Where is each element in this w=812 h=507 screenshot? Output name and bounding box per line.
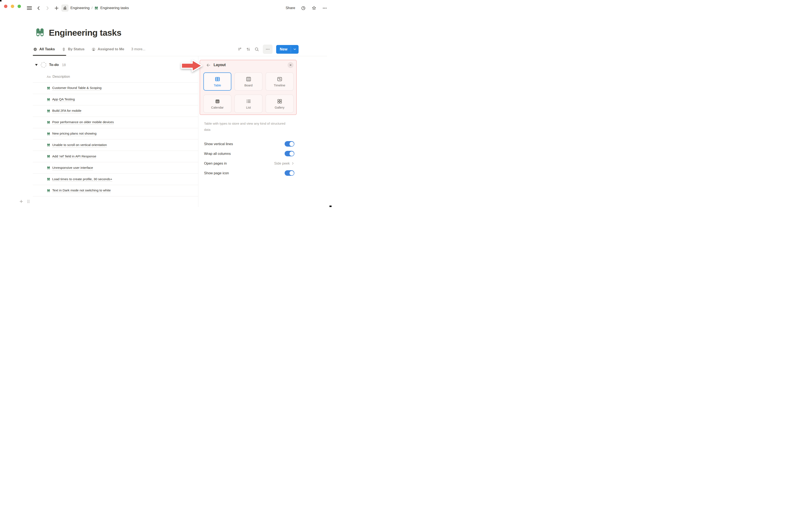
binoculars-icon xyxy=(47,189,50,192)
app-window: Engineering / Engineering tasks Share En… xyxy=(0,0,332,207)
traffic-light-icon xyxy=(62,47,66,51)
tab-all-tasks-label: All Tasks xyxy=(39,47,55,51)
list-icon xyxy=(246,99,251,104)
layout-description: Table with types to store and view any k… xyxy=(204,120,289,133)
task-title: App QA Testing xyxy=(52,97,75,102)
panel-title: Layout xyxy=(214,63,225,67)
more-options-icon[interactable] xyxy=(322,6,327,11)
layout-option-label: List xyxy=(246,106,251,109)
binoculars-icon xyxy=(47,121,50,124)
search-icon[interactable] xyxy=(254,47,259,52)
open-pages-in-select[interactable]: Side peek xyxy=(274,161,294,165)
layout-option-list[interactable]: List xyxy=(235,95,262,113)
table-row[interactable]: Unresponsive user interface xyxy=(33,162,198,174)
table-row[interactable]: Load times to create profile, 30 seconds… xyxy=(33,174,198,185)
page-title[interactable]: Engineering tasks xyxy=(49,27,121,38)
topbar-nav xyxy=(27,0,59,16)
active-tab-underline xyxy=(33,55,66,56)
table-icon xyxy=(215,76,220,82)
layout-panel-highlight: Layout Table Board Timeline Calendar xyxy=(200,60,297,115)
page-icon-toggle[interactable] xyxy=(285,170,294,176)
table-row[interactable]: Build 2FA for mobile xyxy=(33,105,198,117)
globe-icon xyxy=(33,47,37,51)
breadcrumb: Engineering / Engineering tasks xyxy=(61,0,129,16)
workspace-building-icon[interactable] xyxy=(61,4,68,12)
close-window-button[interactable] xyxy=(4,5,7,8)
group-header-todo: To-do 18 xyxy=(35,61,66,68)
page-binoculars-icon[interactable] xyxy=(35,27,45,38)
traffic-lights xyxy=(4,5,21,8)
tab-by-status[interactable]: By Status xyxy=(62,47,84,51)
group-name: To-do xyxy=(49,63,59,67)
task-title: Poor performance on older mobile devices xyxy=(52,120,114,125)
new-button[interactable]: New xyxy=(276,45,291,54)
toggle-knob xyxy=(290,142,294,146)
tabs-divider xyxy=(33,56,327,56)
chevron-down-icon xyxy=(293,47,297,51)
table-row[interactable]: App QA Testing xyxy=(33,94,198,105)
panel-close-button[interactable] xyxy=(288,62,294,68)
share-button[interactable]: Share xyxy=(286,6,295,10)
history-clock-icon[interactable] xyxy=(301,6,306,11)
sort-icon[interactable] xyxy=(246,47,251,52)
sidebar-menu-icon[interactable] xyxy=(27,5,32,11)
filter-icon[interactable] xyxy=(238,47,242,52)
binoculars-icon xyxy=(47,98,50,101)
layout-option-gallery[interactable]: Gallery xyxy=(266,95,294,113)
task-title: Customer Round Table & Scoping xyxy=(52,86,101,91)
tab-more-label: 3 more... xyxy=(131,47,145,51)
table-row[interactable]: Unable to scroll on vertical orientation xyxy=(33,139,198,151)
zoom-window-button[interactable] xyxy=(17,5,21,8)
back-icon[interactable] xyxy=(36,6,41,11)
back-arrow-icon xyxy=(206,63,211,68)
tab-all-tasks[interactable]: All Tasks xyxy=(33,47,55,51)
breadcrumb-page[interactable]: Engineering tasks xyxy=(94,6,129,10)
task-table: Customer Round Table & Scoping App QA Te… xyxy=(33,82,198,196)
layout-option-label: Calendar xyxy=(211,106,224,109)
tab-by-status-label: By Status xyxy=(68,47,84,51)
favorite-star-icon[interactable] xyxy=(311,5,316,11)
tab-more-views[interactable]: 3 more... xyxy=(131,47,145,51)
layout-options: Table Board Timeline Calendar List Galle… xyxy=(203,72,294,113)
tab-assigned-to-me-label: Assigned to Me xyxy=(98,47,124,51)
board-icon xyxy=(246,76,251,82)
wrap-columns-toggle[interactable] xyxy=(285,151,294,156)
layout-option-label: Table xyxy=(214,83,221,87)
breadcrumb-separator: / xyxy=(92,6,93,10)
vertical-lines-toggle[interactable] xyxy=(285,141,294,147)
new-dropdown-button[interactable] xyxy=(291,45,299,54)
layout-option-calendar[interactable]: Calendar xyxy=(203,95,231,113)
setting-wrap-all-columns: Wrap all columns xyxy=(204,149,294,158)
layout-option-table[interactable]: Table xyxy=(203,72,231,91)
tab-assigned-to-me[interactable]: Assigned to Me xyxy=(92,47,124,51)
timeline-icon xyxy=(277,76,283,82)
table-row[interactable]: Text in Dark mode not switching to white xyxy=(33,185,198,196)
panel-back-button[interactable] xyxy=(206,63,211,68)
view-settings-button[interactable] xyxy=(263,45,272,54)
minimize-window-button[interactable] xyxy=(11,5,14,8)
new-page-icon[interactable] xyxy=(54,5,59,11)
setting-label: Show vertical lines xyxy=(204,142,233,146)
table-row[interactable]: New pricing plans not showing xyxy=(33,128,198,139)
screen-corner-artifact xyxy=(0,0,1,1)
binoculars-icon xyxy=(47,132,50,135)
binoculars-icon xyxy=(94,6,98,10)
task-title: Unresponsive user interface xyxy=(52,166,93,170)
layout-option-timeline[interactable]: Timeline xyxy=(266,72,294,91)
layout-option-board[interactable]: Board xyxy=(235,72,262,91)
table-row[interactable]: Poor performance on older mobile devices xyxy=(33,117,198,128)
drag-handle-icon[interactable] xyxy=(26,199,31,204)
add-row-icon[interactable] xyxy=(19,199,23,204)
task-title: Load times to create profile, 30 seconds… xyxy=(52,177,112,182)
binoculars-icon xyxy=(47,109,50,113)
setting-show-page-icon: Show page icon xyxy=(204,168,294,178)
binoculars-icon xyxy=(47,166,50,170)
close-icon xyxy=(289,64,292,66)
table-row[interactable]: Customer Round Table & Scoping xyxy=(33,82,198,94)
table-row[interactable]: Add ‘ref’ field in API Response xyxy=(33,151,198,162)
row-hover-controls xyxy=(19,199,31,204)
group-collapse-triangle[interactable] xyxy=(35,64,38,66)
breadcrumb-workspace[interactable]: Engineering xyxy=(70,6,90,10)
column-header-description[interactable]: Aa Description xyxy=(47,73,70,79)
forward-icon[interactable] xyxy=(45,6,50,11)
